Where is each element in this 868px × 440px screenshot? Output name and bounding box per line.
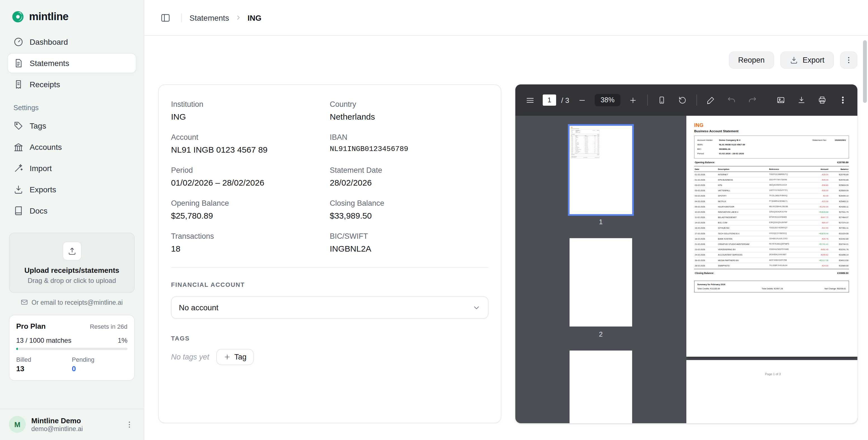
zoom-in-button[interactable] [625, 92, 641, 108]
document-title: Business Account Statement [694, 129, 849, 133]
financial-account-select[interactable]: No account [171, 296, 489, 319]
info-row: IBAN:NL91 INGB 0123 4567 89 [697, 143, 745, 147]
user-menu-button[interactable] [122, 418, 136, 431]
upload-subtitle: Drag & drop or click to upload [16, 277, 127, 285]
user-email: demo@mintline.ai [31, 426, 117, 432]
upload-icon [67, 246, 76, 256]
opening-balance-row: Opening Balance: €25780.89 [571, 134, 599, 135]
transaction-row: 01-02-2026 INTERNET TX62FGGJBBRBVTQ -€35… [694, 172, 849, 177]
breadcrumb: Statements ING [189, 13, 261, 22]
reopen-button[interactable]: Reopen [728, 52, 774, 69]
settings-nav: Tags Accounts Import Exports Docs [0, 116, 144, 220]
field-value: 18 [171, 244, 330, 253]
receipts-icon [13, 79, 24, 89]
download-button[interactable] [794, 92, 809, 108]
export-button[interactable]: Export [780, 52, 834, 69]
scrollbar-thumb[interactable] [863, 40, 867, 103]
sidebar-item-docs[interactable]: Docs [8, 201, 136, 220]
field-value: INGBNL2A [330, 244, 489, 253]
plan-card: Pro Plan Resets in 26d 13 / 1000 matches… [9, 315, 135, 381]
export-label: Export [803, 56, 825, 64]
page-thumbnail[interactable]: 2 [569, 238, 632, 338]
zoom-level[interactable]: 38% [595, 94, 620, 106]
page-thumbnail[interactable]: 3 [569, 351, 632, 423]
insert-image-button[interactable] [773, 92, 788, 108]
tags-row: No tags yet Tag [171, 349, 489, 365]
tag-icon [13, 121, 24, 131]
image-icon [776, 96, 785, 105]
primary-nav: Dashboard Statements Receipts [0, 32, 144, 94]
page-thumbnail[interactable]: ING Business Account Statement Account H… [569, 126, 632, 226]
transaction-row: 24-02-2026 ACCOUNTANT SERVICES ZK0H90KUV… [694, 252, 849, 258]
field-label: Country [330, 100, 489, 109]
fit-page-button[interactable] [654, 92, 669, 108]
rotate-button[interactable] [674, 92, 690, 108]
account-info-box: Account Holder:Demo Company B.V. IBAN:NL… [571, 129, 599, 134]
toolbar-separator [696, 94, 697, 106]
wand-icon [13, 163, 24, 173]
hamburger-icon [525, 95, 535, 105]
sidebar-item-label: Import [30, 164, 52, 173]
transaction-row: 03-02-2026 KPN 38ZQAO4SKKUGGX -€96.80 €2… [694, 182, 849, 188]
annotate-button[interactable] [703, 92, 718, 108]
sidebar-item-receipts[interactable]: Receipts [8, 75, 136, 94]
statements-icon [13, 58, 24, 68]
thumbnail-canvas: ING Business Account Statement Account H… [569, 126, 632, 214]
toolbar-separator [647, 94, 648, 106]
field-label: IBAN [330, 133, 489, 142]
sidebar-item-import[interactable]: Import [8, 159, 136, 178]
viewer-more-button[interactable] [835, 92, 851, 108]
detail-field: Account NL91 INGB 0123 4567 89 [171, 133, 330, 154]
zoom-out-button[interactable] [574, 92, 590, 108]
sidebar-item-statements[interactable]: Statements [8, 54, 136, 73]
page-number-input[interactable] [543, 94, 556, 106]
transaction-row: 03-02-2026 SPOTIFY TFCEL3A5LRYBKKQ -€9.9… [694, 193, 849, 199]
field-label: Account [171, 133, 330, 142]
minus-icon [578, 96, 586, 104]
undo-button[interactable] [723, 92, 739, 108]
fit-page-icon [657, 96, 666, 105]
more-actions-button[interactable] [840, 52, 857, 69]
statement-details-card: Institution ING Country Netherlands Acco… [158, 84, 501, 423]
add-tag-button[interactable]: Tag [217, 349, 254, 365]
print-button[interactable] [814, 92, 830, 108]
sidebar-item-exports[interactable]: Exports [8, 180, 136, 199]
sidebar-toggle-button[interactable] [158, 10, 173, 25]
fields-grid: Institution ING Country Netherlands Acco… [171, 100, 489, 253]
transaction-row: 14-02-2026 BOL.COM E3RQ31KQDL8VFAP -€89.… [694, 220, 849, 225]
field-label: Institution [171, 100, 330, 109]
summary-box: Summary for February 2026 Total Credits:… [571, 156, 599, 158]
document-page-1: ING Business Account Statement Account H… [686, 116, 857, 357]
breadcrumb-statements[interactable]: Statements [189, 13, 229, 22]
topbar: Statements ING [144, 0, 868, 36]
sidebar-item-dashboard[interactable]: Dashboard [8, 32, 136, 52]
brand-name: mintline [29, 11, 68, 23]
closing-balance-row: Closing Balance: €33989.50 [571, 154, 599, 155]
statement-page-content: ING Business Account Statement Account H… [569, 126, 601, 170]
upload-dropzone[interactable]: Upload receipts/statements Drag & drop o… [9, 233, 135, 293]
bank-icon [13, 142, 24, 152]
sidebar-item-tags[interactable]: Tags [8, 116, 136, 135]
field-value: NL91 INGB 0123 4567 89 [171, 145, 330, 154]
upload-icon-box [62, 241, 81, 261]
page-count: / 3 [561, 96, 569, 104]
closing-balance-row: Closing Balance: €33989.50 [694, 269, 849, 277]
envelope-icon [21, 298, 28, 306]
detail-field: Period 01/02/2026 – 28/02/2026 [171, 166, 330, 187]
pdf-menu-button[interactable] [522, 92, 538, 108]
redo-button[interactable] [744, 92, 760, 108]
transaction-row: 11-02-2026 BELASTINGDIENST MTNPZDG01FB48… [694, 215, 849, 220]
brand-logo[interactable]: mintline [0, 0, 144, 32]
rotate-icon [678, 96, 687, 105]
transactions-table: Date Description Reference Amount Balanc… [571, 135, 599, 154]
page-footer-text: Page 1 of 3 [765, 372, 781, 376]
field-label: Statement Date [330, 166, 489, 174]
sidebar-item-accounts[interactable]: Accounts [8, 138, 136, 156]
breadcrumb-current: ING [248, 13, 261, 22]
pending-value[interactable]: 0 [72, 364, 127, 373]
divider [171, 267, 489, 268]
statement-no: 202602001 [835, 139, 846, 142]
tags-label: TAGS [171, 335, 489, 342]
field-value: Netherlands [330, 112, 489, 121]
selected-account: No account [179, 303, 219, 312]
